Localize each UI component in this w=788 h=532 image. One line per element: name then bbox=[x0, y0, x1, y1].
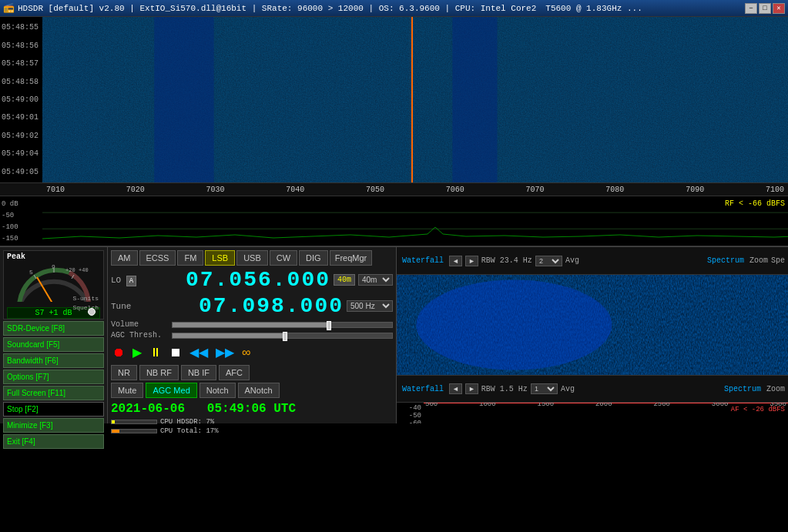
svg-rect-1 bbox=[154, 17, 213, 182]
bandwidth-button[interactable]: Bandwidth [F6] bbox=[3, 353, 104, 368]
spec-y-3: -150 bbox=[0, 235, 42, 243]
forward-button[interactable]: ▶▶ bbox=[214, 343, 236, 361]
afc-button[interactable]: AFC bbox=[219, 365, 250, 380]
mode-am-button[interactable]: AM bbox=[111, 250, 138, 266]
mode-usb-button[interactable]: USB bbox=[236, 250, 268, 266]
spec-nav-left[interactable]: ◄ bbox=[449, 383, 462, 394]
squelch-knob[interactable] bbox=[88, 308, 96, 316]
loop-button[interactable]: ∞ bbox=[240, 344, 252, 361]
wf-nav-right[interactable]: ► bbox=[465, 256, 478, 266]
rbw-select[interactable]: 2 bbox=[535, 256, 562, 266]
nb-if-button[interactable]: NB IF bbox=[181, 365, 216, 380]
cpu-total-bar bbox=[111, 429, 157, 433]
nb-rf-button[interactable]: NB RF bbox=[139, 365, 179, 380]
anotch-button[interactable]: ANotch bbox=[238, 383, 280, 398]
freq-label-6: 7070 bbox=[526, 186, 545, 194]
lo-frequency-value[interactable]: 07.056.000 bbox=[156, 268, 330, 292]
wf-bottom-tab[interactable]: Waterfall bbox=[400, 384, 446, 394]
spectrum-display: 0 dB -50 -100 -150 RF < -66 dBFS bbox=[0, 196, 788, 246]
tune-frequency-value[interactable]: 07.098.000 bbox=[156, 294, 344, 318]
tune-step-dropdown[interactable]: 500 Hz bbox=[347, 300, 393, 312]
svg-text:+20: +20 bbox=[65, 267, 75, 273]
sx-1: 1000 bbox=[479, 403, 496, 408]
lo-frequency-row: LO A 07.056.000 40m 40m bbox=[111, 268, 393, 292]
agc-thresh-slider[interactable] bbox=[172, 333, 393, 339]
cpu-hdsdr-label: CPU HDSDR: 7% bbox=[160, 418, 214, 426]
wf-time-6: 05:49:02 bbox=[0, 132, 42, 140]
sx-4: 2500 bbox=[653, 403, 670, 408]
maximize-window-button[interactable]: □ bbox=[759, 3, 771, 14]
svg-text:+40: +40 bbox=[79, 267, 89, 273]
volume-slider[interactable] bbox=[172, 322, 393, 328]
minimize-window-button[interactable]: − bbox=[745, 3, 757, 14]
volume-label: Volume bbox=[111, 320, 169, 329]
svg-text:1: 1 bbox=[17, 300, 21, 302]
play-button[interactable]: ▶ bbox=[131, 343, 143, 361]
right-waterfall-display[interactable] bbox=[397, 275, 788, 375]
spec-nav-right[interactable]: ► bbox=[465, 383, 478, 394]
agc-med-button[interactable]: AGC Med bbox=[146, 383, 196, 398]
smeter-peak-label: Peak bbox=[7, 253, 25, 261]
mode-lsb-button[interactable]: LSB bbox=[205, 250, 235, 266]
wf-nav-left[interactable]: ◄ bbox=[449, 256, 462, 266]
center-panel: AM ECSS FM LSB USB CW DIG FreqMgr LO A 0… bbox=[108, 247, 397, 423]
spectrum-plot[interactable]: RF < -66 dBFS bbox=[42, 196, 788, 246]
waterfall-plot[interactable] bbox=[42, 17, 788, 182]
record-button[interactable]: ⏺ bbox=[111, 344, 126, 361]
wf-time-1: 05:48:56 bbox=[0, 42, 42, 50]
mode-cw-button[interactable]: CW bbox=[270, 250, 297, 266]
spectrum-bottom-tab[interactable]: Spectrum bbox=[722, 384, 763, 394]
agc-thresh-row: AGC Thresh. bbox=[111, 331, 393, 340]
minimize-button[interactable]: Minimize [F3] bbox=[3, 418, 104, 433]
rbw-bottom-select[interactable]: 1 bbox=[531, 383, 558, 394]
mute-button[interactable]: Mute bbox=[111, 383, 143, 398]
s-units-label: S-units bbox=[72, 295, 99, 302]
spec-y-1: -50 bbox=[0, 212, 42, 219]
main-controls: Peak bbox=[0, 246, 788, 423]
cpu-hdsdr-row: CPU HDSDR: 7% bbox=[111, 418, 393, 426]
soundcard-button[interactable]: Soundcard [F5] bbox=[3, 337, 104, 352]
sdr-device-button[interactable]: SDR-Device [F8] bbox=[3, 321, 104, 336]
freqmgr-button[interactable]: FreqMgr bbox=[330, 250, 373, 266]
right-waterfall-toolbar: Waterfall ◄ ► RBW 23.4 Hz 2 Avg Spectrum… bbox=[397, 247, 788, 275]
sy-2: -60 bbox=[397, 420, 424, 423]
waterfall-tab[interactable]: Waterfall bbox=[400, 256, 446, 266]
sy-1: -50 bbox=[397, 412, 424, 420]
nr-button[interactable]: NR bbox=[111, 365, 137, 380]
pause-button[interactable]: ⏸ bbox=[148, 344, 163, 361]
notch-button[interactable]: Notch bbox=[200, 383, 236, 398]
rewind-button[interactable]: ◀◀ bbox=[188, 343, 210, 361]
freq-label-9: 7100 bbox=[766, 186, 784, 194]
zoom-label: Zoom bbox=[749, 256, 768, 265]
spec-chart-area: -40 -50 -60 -70 -80 -90 -100 bbox=[397, 403, 788, 410]
fullscreen-button[interactable]: Full Screen [F11] bbox=[3, 386, 104, 400]
stop-button[interactable]: Stop [F2] bbox=[3, 402, 104, 417]
stop-transport-button[interactable]: ⏹ bbox=[168, 344, 183, 361]
options-button[interactable]: Options [F7] bbox=[3, 370, 104, 384]
mode-ecss-button[interactable]: ECSS bbox=[139, 250, 176, 266]
dsp-buttons-row: NR NB RF NB IF AFC bbox=[111, 365, 393, 380]
frequency-ruler[interactable]: 7010 7020 7030 7040 7050 7060 7070 7080 … bbox=[0, 182, 788, 196]
spec-y-0: 0 dB bbox=[0, 200, 42, 208]
rbw-bottom-label: RBW 1.5 Hz bbox=[481, 385, 528, 393]
lo-band-dropdown[interactable]: 40m bbox=[358, 274, 393, 286]
spectrum-tab[interactable]: Spectrum bbox=[705, 256, 746, 266]
mode-dig-button[interactable]: DIG bbox=[299, 250, 328, 266]
avg-label: Avg bbox=[565, 256, 579, 265]
zoom-bottom-label: Zoom bbox=[766, 385, 785, 393]
close-window-button[interactable]: ✕ bbox=[773, 3, 785, 14]
control-buttons-row: Mute AGC Med Notch ANotch bbox=[111, 383, 393, 398]
freq-label-1: 7020 bbox=[126, 186, 145, 194]
freq-label-7: 7080 bbox=[605, 186, 624, 194]
datetime-display: 2021-06-06 05:49:06 UTC bbox=[111, 402, 393, 416]
exit-button[interactable]: Exit [F4] bbox=[3, 434, 104, 449]
spe-label: Spe bbox=[771, 256, 785, 265]
freq-label-8: 7090 bbox=[686, 186, 704, 194]
right-spectrum-toolbar-top: Waterfall ◄ ► RBW 1.5 Hz 1 Avg Spectrum … bbox=[397, 375, 788, 403]
cpu-hdsdr-fill bbox=[112, 420, 115, 423]
wf-time-5: 05:49:01 bbox=[0, 113, 42, 122]
svg-text:5: 5 bbox=[29, 269, 33, 276]
sy-0: -40 bbox=[397, 404, 424, 412]
af-spectrum-display[interactable]: -40 -50 -60 -70 -80 -90 -100 bbox=[397, 403, 788, 423]
mode-fm-button[interactable]: FM bbox=[177, 250, 203, 266]
